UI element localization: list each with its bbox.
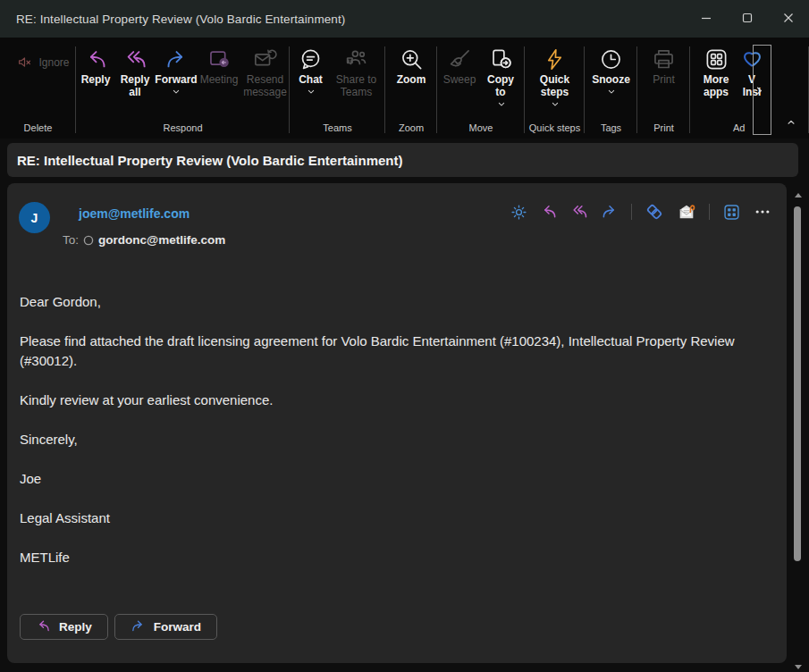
sweep-icon [448,45,472,73]
chevron-up-icon [786,114,796,130]
message-action-bar [510,202,771,222]
body-paragraph: Legal Assistant [20,508,746,528]
ribbon-group-zoom: Zoom Zoom [385,38,437,139]
recipient-email[interactable]: gordonc@metlife.com [98,233,225,247]
scrollbar-down-arrow[interactable] [795,665,802,669]
print-icon [652,45,676,73]
ribbon-collapse-button[interactable] [786,114,796,130]
message-card: J joem@metlife.com To: gordonc@metlife.c… [7,183,787,663]
chevron-down-icon [607,88,616,96]
recipient-row: To: gordonc@metlife.com [63,233,225,247]
ribbon-group-respond: Reply Replyall Forward Meeting [76,38,290,139]
email-subject: RE: Intellectual Property Review (Volo B… [17,153,402,168]
window-title: RE: Intellectual Property Review (Volo B… [16,13,345,26]
ribbon-group-quick-steps: Quicksteps Quick steps [525,38,585,139]
summarize-sun-icon[interactable] [510,204,527,221]
ignore-icon [17,55,32,70]
reply-icon [84,45,108,73]
meeting-icon [207,45,232,73]
ribbon-toolbar: Ignore Delete Reply Replyall [0,38,809,139]
divider [631,204,632,220]
group-label-respond: Respond [76,121,290,139]
minimize-button[interactable] [686,0,727,38]
maximize-icon [742,11,753,27]
reply-icon [36,618,51,636]
forward-icon[interactable] [601,203,619,221]
close-button[interactable] [768,0,809,38]
reply-icon[interactable] [540,203,558,221]
group-label-tags: Tags [585,121,637,139]
reply-all-icon[interactable] [570,203,588,221]
ribbon-group-print: Print Print [637,38,690,139]
body-paragraph: Kindly review at your earliest convenien… [20,391,746,410]
close-icon [783,11,794,27]
sender-email-link[interactable]: joem@metlife.com [79,206,190,221]
chevron-down-icon [307,88,316,96]
more-apps-button[interactable]: Moreapps [695,43,737,98]
chat-icon [299,45,323,73]
copy-to-icon [489,45,513,73]
chevron-down-icon [172,88,181,96]
chevron-right-icon [754,84,764,99]
group-label-delete: Delete [0,121,76,139]
footer-reply-button[interactable]: Reply [20,614,108,640]
ribbon-group-tags: Snooze Tags [585,38,637,139]
body-paragraph: Please find attached the draft licensing… [20,332,746,371]
more-apps-icon [704,45,729,73]
presence-circle-icon [83,235,94,246]
minimize-icon [701,11,712,27]
ribbon-group-delete: Ignore Delete [0,38,76,139]
ribbon-group-move: Sweep Copyto Move [437,38,525,139]
group-label-quick-steps: Quick steps [525,121,585,139]
ribbon-scroll-right-button[interactable] [754,84,764,100]
maximize-button[interactable] [727,0,768,38]
scrollbar-up-arrow[interactable] [795,193,802,197]
resend-message-button[interactable]: Resendmessage [240,43,290,98]
group-label-zoom: Zoom [385,121,437,139]
subject-bar: RE: Intellectual Property Review (Volo B… [7,143,798,177]
message-footer: Reply Forward [20,614,217,640]
chevron-down-icon [542,98,569,111]
footer-forward-button[interactable]: Forward [114,614,217,640]
window-controls [686,0,809,38]
chat-button[interactable]: Chat [292,43,330,96]
reply-button[interactable]: Reply [76,43,115,86]
body-paragraph: Dear Gordon, [20,292,746,312]
print-button[interactable]: Print [644,43,685,86]
snooze-icon [599,45,623,73]
ribbon-group-teams: Chat Share toTeams Teams [290,38,385,139]
outlook-message-window: { "window": { "title": "RE: Intellectual… [0,0,809,672]
snooze-button[interactable]: Snooze [588,43,635,96]
reply-all-icon [123,45,147,73]
body-paragraph: Joe [20,469,746,489]
more-actions-icon[interactable] [754,203,771,221]
titlebar: RE: Intellectual Property Review (Volo B… [0,0,809,38]
apps-icon[interactable] [722,203,741,222]
scrollbar-thumb[interactable] [794,206,801,561]
zoom-button[interactable]: Zoom [391,43,432,86]
email-body: Dear Gordon, Please find attached the dr… [20,292,746,587]
copy-to-button[interactable]: Copyto [479,43,522,111]
loop-icon[interactable] [645,202,664,222]
sweep-button[interactable]: Sweep [440,43,479,86]
zoom-icon [400,45,424,73]
group-label-print: Print [637,121,690,139]
reply-all-button[interactable]: Replyall [115,43,155,98]
meeting-button[interactable]: Meeting [198,43,240,86]
group-label-teams: Teams [290,121,385,139]
sender-avatar[interactable]: J [19,202,50,233]
forward-icon [164,45,189,73]
share-to-teams-button[interactable]: Share toTeams [330,43,383,98]
quick-steps-icon [543,45,567,73]
divider [709,204,710,220]
chevron-down-icon [489,98,514,111]
group-label-move: Move [437,121,525,139]
forward-button[interactable]: Forward [155,43,198,96]
phish-alert-icon[interactable] [677,202,696,222]
to-label: To: [63,233,79,247]
quick-steps-button[interactable]: Quicksteps [527,43,583,111]
resend-message-icon [253,45,277,73]
forward-icon [131,618,146,636]
ignore-button[interactable]: Ignore [17,55,69,70]
body-paragraph: METLife [20,548,746,567]
